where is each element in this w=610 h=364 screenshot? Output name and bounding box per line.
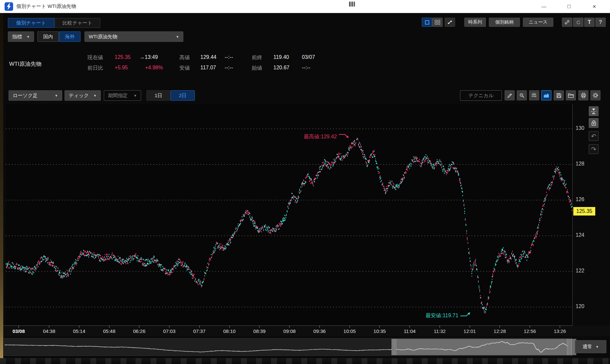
print-button[interactable]	[578, 90, 588, 100]
desktop-edge-strip	[0, 13, 3, 358]
chart-plot-area[interactable]	[6, 104, 572, 325]
low-label: 安値	[179, 65, 190, 72]
x-axis-tick	[229, 326, 230, 328]
chart-type-label: ローソク足	[13, 93, 38, 99]
redo-button[interactable]: ↷	[589, 144, 599, 154]
y-axis-label: 128	[576, 161, 595, 167]
navigator-right-handle[interactable]	[567, 339, 572, 355]
instrument-name: WTI原油先物	[9, 60, 42, 68]
single-pane-icon	[425, 20, 429, 25]
x-axis-label: 06:26	[133, 328, 145, 334]
zoom-button[interactable]	[517, 90, 527, 100]
day2-button[interactable]: 2日	[171, 90, 195, 101]
tab-individual-chart[interactable]: 個別チャート	[8, 18, 54, 28]
x-axis-tick	[349, 326, 350, 328]
navigator-minimap[interactable]	[5, 339, 572, 355]
link-icon	[564, 19, 570, 25]
refresh-button[interactable]	[573, 18, 583, 27]
x-axis-tick	[169, 326, 170, 328]
x-axis-label: 11:32	[434, 328, 446, 334]
undo-button[interactable]: ↶	[589, 131, 599, 141]
prev-close-value: 119.40	[273, 54, 289, 60]
folder-icon	[568, 93, 574, 98]
y-axis-label: 122	[576, 268, 595, 274]
draw-button[interactable]	[505, 90, 515, 100]
chart-style-button[interactable]	[541, 90, 551, 100]
lock-button[interactable]	[589, 118, 599, 128]
navigator-mode-dropdown[interactable]: 通常	[575, 340, 606, 353]
redo-icon: ↷	[591, 146, 596, 153]
titlebar: 個別チャート WTI原油先物 — □ ×	[0, 0, 610, 13]
day1-button[interactable]: 1日	[146, 90, 171, 101]
app-logo-icon	[5, 2, 13, 11]
x-axis-tick	[319, 326, 320, 328]
settings-button[interactable]	[590, 90, 601, 100]
interval-dropdown[interactable]: ティック	[65, 90, 101, 101]
low-annotation: 最安値:119.71	[426, 311, 472, 319]
x-axis-tick	[139, 326, 139, 328]
link-button[interactable]	[562, 18, 572, 27]
high-annotation: 最高値:129.42	[304, 132, 351, 140]
timeseries-button[interactable]: 時系列	[464, 18, 486, 27]
x-axis-labels: 03/0804:3805:1405:4806:2607:0307:3708:10…	[0, 325, 610, 336]
help-button[interactable]: ?	[595, 18, 606, 27]
technical-button[interactable]: テクニカル	[460, 90, 502, 101]
x-axis-label: 05:48	[103, 328, 116, 334]
text-tool-button[interactable]: T	[584, 18, 595, 27]
open-time: --:--	[302, 65, 310, 71]
x-axis-tick	[109, 326, 109, 328]
x-axis-tick	[259, 326, 260, 328]
navigator-left-handle[interactable]	[392, 339, 396, 355]
x-axis-label: 09:08	[283, 328, 296, 334]
symbols-button[interactable]: 個別銘柄	[489, 18, 520, 27]
lock-icon	[591, 120, 597, 126]
fit-scale-button[interactable]	[589, 106, 599, 116]
titlebar-badge-icon	[349, 2, 355, 7]
x-axis-label: 13:26	[554, 328, 566, 334]
period-dropdown[interactable]: 期間指定	[104, 90, 141, 101]
instrument-dropdown[interactable]: WTI原油先物	[84, 31, 183, 42]
taskbar-sliver	[0, 358, 610, 364]
save-icon	[556, 93, 562, 98]
domestic-button[interactable]: 国内	[37, 31, 59, 42]
change-label: 前日比	[87, 65, 103, 72]
x-axis-label: 07:03	[163, 328, 176, 334]
layout-single-button[interactable]	[422, 18, 432, 27]
news-button[interactable]: ニュース	[523, 18, 553, 27]
navigator-canvas[interactable]	[5, 339, 572, 355]
high-arrow-icon	[338, 132, 351, 140]
indicator-dropdown[interactable]: 指標	[8, 31, 34, 42]
maximize-button[interactable]: □	[562, 2, 577, 11]
axis-separator	[572, 104, 573, 336]
chart-type-dropdown[interactable]: ローソク足	[9, 90, 62, 101]
change-percent: +4.98%	[145, 65, 163, 71]
expand-button[interactable]	[445, 18, 455, 27]
open-folder-button[interactable]	[566, 90, 576, 100]
overseas-button[interactable]: 海外	[59, 31, 81, 42]
low-value: 117.07	[200, 65, 216, 71]
x-axis-tick	[199, 326, 199, 328]
x-axis-tick	[560, 326, 560, 328]
undo-icon: ↶	[591, 132, 596, 140]
x-axis-label: 08:10	[223, 328, 236, 334]
x-axis-tick	[530, 326, 530, 328]
area-chart-icon	[543, 93, 549, 98]
x-axis-tick	[410, 326, 410, 328]
close-button[interactable]: ×	[587, 2, 602, 11]
x-axis-tick	[379, 326, 380, 328]
low-time: --:--	[225, 65, 233, 71]
save-button[interactable]	[554, 90, 564, 100]
plot-canvas[interactable]	[6, 104, 572, 325]
export-button[interactable]: 出	[529, 90, 539, 100]
x-axis-tick	[500, 326, 500, 328]
x-axis-label: 12:56	[524, 328, 536, 334]
minimize-button[interactable]: —	[536, 2, 551, 11]
app-window: 個別チャート WTI原油先物 — □ × 個別チャート 比較チャート 時系列 個…	[0, 0, 610, 364]
current-price-time: →13:49	[139, 54, 158, 60]
x-axis-tick	[289, 326, 290, 328]
x-axis-label: 03/08	[12, 328, 25, 334]
x-axis-label: 05:14	[73, 328, 85, 334]
tab-comparison-chart[interactable]: 比較チャート	[55, 18, 100, 28]
high-annotation-text: 最高値:129.42	[304, 134, 337, 139]
layout-grid-button[interactable]	[432, 18, 443, 27]
